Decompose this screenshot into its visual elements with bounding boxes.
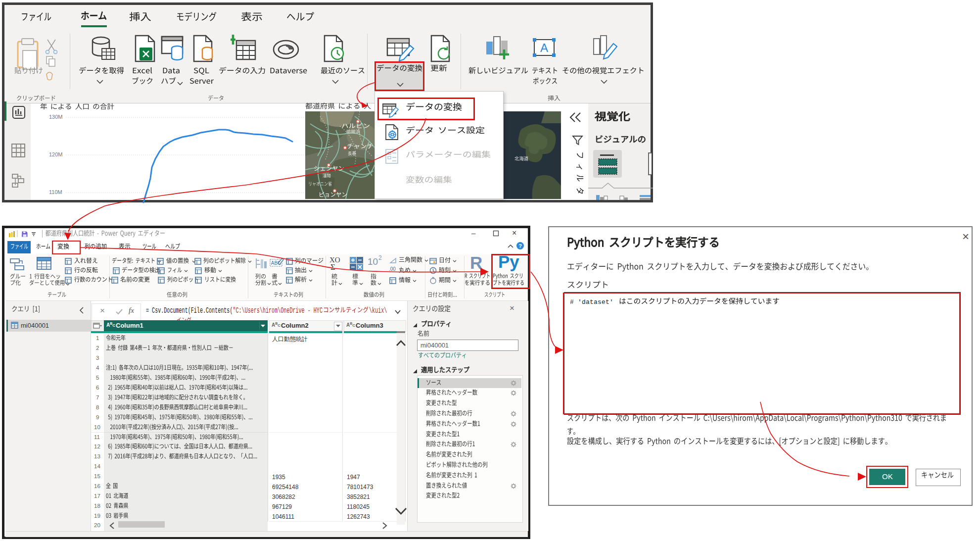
svg-text:A: A <box>540 41 548 54</box>
svg-text:?: ? <box>518 243 522 249</box>
